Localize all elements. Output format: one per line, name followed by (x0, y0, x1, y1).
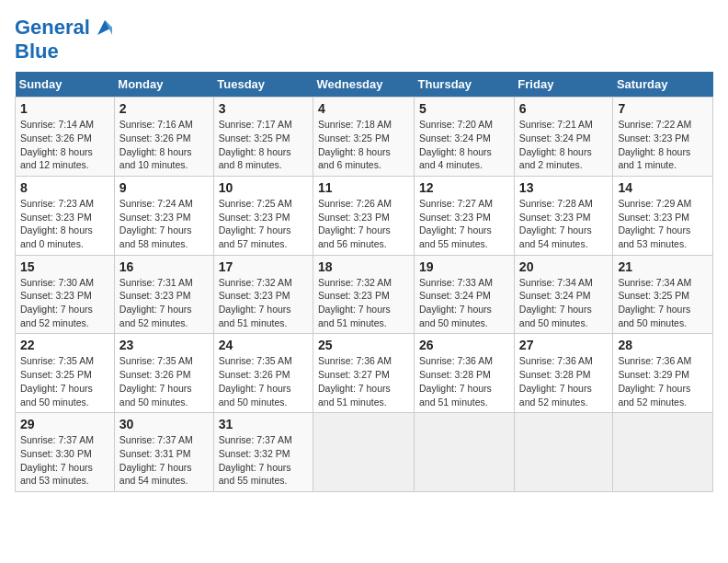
empty-cell (514, 413, 613, 492)
calendar-day-5: 5Sunrise: 7:20 AM Sunset: 3:24 PM Daylig… (415, 98, 515, 177)
calendar-day-23: 23Sunrise: 7:35 AM Sunset: 3:26 PM Dayli… (114, 334, 213, 413)
day-number: 17 (219, 259, 308, 274)
logo-blue: Blue (15, 40, 118, 63)
day-number: 16 (119, 259, 209, 274)
calendar-day-11: 11Sunrise: 7:26 AM Sunset: 3:23 PM Dayli… (313, 176, 415, 255)
calendar-day-7: 7Sunrise: 7:22 AM Sunset: 3:23 PM Daylig… (613, 98, 713, 177)
day-number: 13 (519, 180, 609, 195)
day-number: 6 (519, 101, 609, 116)
calendar-day-30: 30Sunrise: 7:37 AM Sunset: 3:31 PM Dayli… (114, 413, 213, 492)
day-info: Sunrise: 7:29 AM Sunset: 3:23 PM Dayligh… (618, 197, 708, 251)
day-info: Sunrise: 7:14 AM Sunset: 3:26 PM Dayligh… (20, 118, 109, 172)
day-number: 24 (219, 338, 308, 352)
calendar-day-28: 28Sunrise: 7:36 AM Sunset: 3:29 PM Dayli… (613, 334, 713, 413)
calendar-day-3: 3Sunrise: 7:17 AM Sunset: 3:25 PM Daylig… (213, 98, 313, 177)
empty-cell (415, 413, 515, 492)
calendar-week-1: 1Sunrise: 7:14 AM Sunset: 3:26 PM Daylig… (16, 98, 713, 177)
calendar-day-9: 9Sunrise: 7:24 AM Sunset: 3:23 PM Daylig… (114, 176, 213, 255)
weekday-header-friday: Friday (514, 72, 613, 98)
calendar-day-18: 18Sunrise: 7:32 AM Sunset: 3:23 PM Dayli… (313, 255, 415, 334)
calendar-day-1: 1Sunrise: 7:14 AM Sunset: 3:26 PM Daylig… (16, 98, 115, 177)
day-number: 28 (618, 338, 708, 352)
day-info: Sunrise: 7:24 AM Sunset: 3:23 PM Dayligh… (119, 197, 209, 251)
calendar-table: SundayMondayTuesdayWednesdayThursdayFrid… (15, 72, 713, 492)
day-info: Sunrise: 7:31 AM Sunset: 3:23 PM Dayligh… (119, 276, 209, 330)
day-info: Sunrise: 7:26 AM Sunset: 3:23 PM Dayligh… (318, 197, 409, 251)
day-number: 14 (618, 180, 708, 195)
weekday-header-tuesday: Tuesday (213, 72, 313, 98)
day-info: Sunrise: 7:16 AM Sunset: 3:26 PM Dayligh… (119, 118, 209, 172)
calendar-day-25: 25Sunrise: 7:36 AM Sunset: 3:27 PM Dayli… (313, 334, 415, 413)
calendar-day-20: 20Sunrise: 7:34 AM Sunset: 3:24 PM Dayli… (514, 255, 613, 334)
calendar-day-17: 17Sunrise: 7:32 AM Sunset: 3:23 PM Dayli… (213, 255, 313, 334)
calendar-day-29: 29Sunrise: 7:37 AM Sunset: 3:30 PM Dayli… (16, 413, 115, 492)
day-number: 23 (119, 338, 209, 352)
empty-cell (313, 413, 415, 492)
calendar-week-5: 29Sunrise: 7:37 AM Sunset: 3:30 PM Dayli… (16, 413, 713, 492)
calendar-day-24: 24Sunrise: 7:35 AM Sunset: 3:26 PM Dayli… (213, 334, 313, 413)
calendar-day-2: 2Sunrise: 7:16 AM Sunset: 3:26 PM Daylig… (114, 98, 213, 177)
day-number: 7 (618, 101, 708, 116)
day-info: Sunrise: 7:37 AM Sunset: 3:31 PM Dayligh… (119, 433, 209, 488)
day-info: Sunrise: 7:33 AM Sunset: 3:24 PM Dayligh… (419, 276, 509, 330)
day-info: Sunrise: 7:28 AM Sunset: 3:23 PM Dayligh… (519, 197, 609, 251)
day-number: 19 (419, 259, 509, 274)
weekday-header-saturday: Saturday (613, 72, 713, 98)
day-number: 9 (119, 180, 209, 195)
day-info: Sunrise: 7:32 AM Sunset: 3:23 PM Dayligh… (219, 276, 308, 330)
day-info: Sunrise: 7:18 AM Sunset: 3:25 PM Dayligh… (318, 118, 409, 172)
day-number: 26 (419, 338, 509, 352)
day-number: 20 (519, 259, 609, 274)
day-number: 10 (219, 180, 308, 195)
day-info: Sunrise: 7:36 AM Sunset: 3:28 PM Dayligh… (419, 354, 509, 408)
calendar-day-8: 8Sunrise: 7:23 AM Sunset: 3:23 PM Daylig… (16, 176, 115, 255)
calendar-week-2: 8Sunrise: 7:23 AM Sunset: 3:23 PM Daylig… (16, 176, 713, 255)
day-number: 15 (20, 259, 109, 274)
day-number: 11 (318, 180, 409, 195)
day-info: Sunrise: 7:25 AM Sunset: 3:23 PM Dayligh… (219, 197, 308, 251)
calendar-day-13: 13Sunrise: 7:28 AM Sunset: 3:23 PM Dayli… (514, 176, 613, 255)
day-info: Sunrise: 7:36 AM Sunset: 3:29 PM Dayligh… (618, 354, 708, 408)
day-info: Sunrise: 7:21 AM Sunset: 3:24 PM Dayligh… (519, 118, 609, 172)
calendar-day-26: 26Sunrise: 7:36 AM Sunset: 3:28 PM Dayli… (415, 334, 515, 413)
logo-text: General (15, 17, 90, 39)
day-number: 8 (20, 180, 109, 195)
day-info: Sunrise: 7:17 AM Sunset: 3:25 PM Dayligh… (219, 118, 308, 172)
day-info: Sunrise: 7:35 AM Sunset: 3:26 PM Dayligh… (219, 354, 308, 408)
calendar-day-12: 12Sunrise: 7:27 AM Sunset: 3:23 PM Dayli… (415, 176, 515, 255)
day-info: Sunrise: 7:35 AM Sunset: 3:25 PM Dayligh… (20, 354, 109, 408)
day-info: Sunrise: 7:23 AM Sunset: 3:23 PM Dayligh… (20, 197, 109, 251)
day-number: 29 (20, 417, 109, 431)
calendar-week-4: 22Sunrise: 7:35 AM Sunset: 3:25 PM Dayli… (16, 334, 713, 413)
weekday-header-thursday: Thursday (415, 72, 515, 98)
calendar-day-15: 15Sunrise: 7:30 AM Sunset: 3:23 PM Dayli… (16, 255, 115, 334)
header-row: SundayMondayTuesdayWednesdayThursdayFrid… (16, 72, 713, 98)
day-info: Sunrise: 7:37 AM Sunset: 3:30 PM Dayligh… (20, 433, 109, 488)
day-number: 25 (318, 338, 409, 352)
day-number: 12 (419, 180, 509, 195)
calendar-day-4: 4Sunrise: 7:18 AM Sunset: 3:25 PM Daylig… (313, 98, 415, 177)
calendar-day-31: 31Sunrise: 7:37 AM Sunset: 3:32 PM Dayli… (213, 413, 313, 492)
day-info: Sunrise: 7:34 AM Sunset: 3:24 PM Dayligh… (519, 276, 609, 330)
day-info: Sunrise: 7:35 AM Sunset: 3:26 PM Dayligh… (119, 354, 209, 408)
calendar-week-3: 15Sunrise: 7:30 AM Sunset: 3:23 PM Dayli… (16, 255, 713, 334)
calendar-day-10: 10Sunrise: 7:25 AM Sunset: 3:23 PM Dayli… (213, 176, 313, 255)
day-number: 30 (119, 417, 209, 431)
day-info: Sunrise: 7:30 AM Sunset: 3:23 PM Dayligh… (20, 276, 109, 330)
day-number: 21 (618, 259, 708, 274)
day-number: 1 (20, 101, 109, 116)
day-info: Sunrise: 7:20 AM Sunset: 3:24 PM Dayligh… (419, 118, 509, 172)
day-info: Sunrise: 7:37 AM Sunset: 3:32 PM Dayligh… (219, 433, 308, 488)
calendar-day-27: 27Sunrise: 7:36 AM Sunset: 3:28 PM Dayli… (514, 334, 613, 413)
day-number: 5 (419, 101, 509, 116)
logo: General Blue (15, 15, 118, 63)
day-info: Sunrise: 7:36 AM Sunset: 3:27 PM Dayligh… (318, 354, 409, 408)
calendar-day-22: 22Sunrise: 7:35 AM Sunset: 3:25 PM Dayli… (16, 334, 115, 413)
day-info: Sunrise: 7:36 AM Sunset: 3:28 PM Dayligh… (519, 354, 609, 408)
day-info: Sunrise: 7:22 AM Sunset: 3:23 PM Dayligh… (618, 118, 708, 172)
day-info: Sunrise: 7:34 AM Sunset: 3:25 PM Dayligh… (618, 276, 708, 330)
calendar-day-21: 21Sunrise: 7:34 AM Sunset: 3:25 PM Dayli… (613, 255, 713, 334)
calendar-day-19: 19Sunrise: 7:33 AM Sunset: 3:24 PM Dayli… (415, 255, 515, 334)
day-number: 22 (20, 338, 109, 352)
day-number: 4 (318, 101, 409, 116)
